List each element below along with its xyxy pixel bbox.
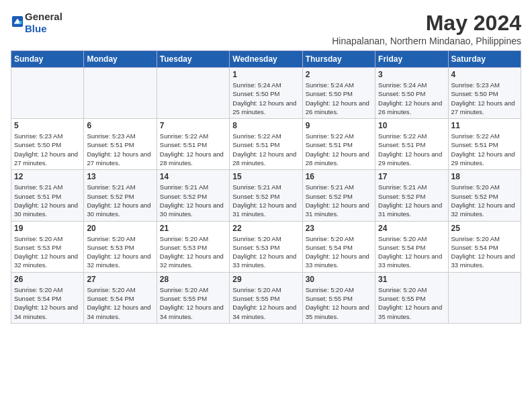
calendar-week-row: 12Sunrise: 5:21 AMSunset: 5:51 PMDayligh… (11, 170, 521, 221)
day-number: 8 (232, 121, 299, 130)
day-info: Sunrise: 5:20 AMSunset: 5:52 PMDaylight:… (451, 183, 518, 218)
day-number: 24 (378, 224, 445, 233)
weekday-header: Thursday (302, 51, 375, 68)
calendar-day-cell: 30Sunrise: 5:20 AMSunset: 5:55 PMDayligh… (302, 272, 375, 323)
day-info: Sunrise: 5:22 AMSunset: 5:51 PMDaylight:… (232, 132, 299, 167)
day-info: Sunrise: 5:21 AMSunset: 5:52 PMDaylight:… (306, 183, 372, 218)
day-number: 13 (87, 172, 153, 181)
day-info: Sunrise: 5:21 AMSunset: 5:52 PMDaylight:… (87, 183, 153, 218)
day-number: 30 (306, 275, 372, 284)
calendar-day-cell: 12Sunrise: 5:21 AMSunset: 5:51 PMDayligh… (11, 170, 84, 221)
calendar-day-cell: 19Sunrise: 5:20 AMSunset: 5:53 PMDayligh… (11, 221, 84, 272)
day-info: Sunrise: 5:20 AMSunset: 5:54 PMDaylight:… (451, 234, 518, 270)
logo-text: General Blue (25, 11, 62, 34)
calendar-day-cell: 18Sunrise: 5:20 AMSunset: 5:52 PMDayligh… (448, 170, 521, 221)
day-info: Sunrise: 5:23 AMSunset: 5:51 PMDaylight:… (87, 132, 153, 167)
weekday-header: Sunday (11, 51, 84, 68)
day-number: 28 (160, 275, 226, 284)
calendar-day-cell: 5Sunrise: 5:23 AMSunset: 5:50 PMDaylight… (11, 119, 84, 170)
calendar-day-cell: 14Sunrise: 5:21 AMSunset: 5:52 PMDayligh… (157, 170, 229, 221)
calendar-day-cell (84, 68, 157, 119)
day-info: Sunrise: 5:23 AMSunset: 5:50 PMDaylight:… (451, 81, 518, 116)
day-info: Sunrise: 5:20 AMSunset: 5:55 PMDaylight:… (232, 285, 299, 321)
subtitle: Hinapalanan, Northern Mindanao, Philippi… (332, 36, 521, 46)
day-number: 23 (306, 224, 372, 233)
day-info: Sunrise: 5:22 AMSunset: 5:51 PMDaylight:… (160, 132, 226, 167)
day-number: 15 (232, 172, 299, 181)
day-number: 25 (451, 224, 518, 233)
calendar: SundayMondayTuesdayWednesdayThursdayFrid… (11, 50, 521, 324)
day-info: Sunrise: 5:20 AMSunset: 5:53 PMDaylight:… (160, 234, 226, 270)
day-info: Sunrise: 5:20 AMSunset: 5:53 PMDaylight:… (232, 234, 299, 270)
day-info: Sunrise: 5:24 AMSunset: 5:50 PMDaylight:… (306, 81, 372, 116)
day-info: Sunrise: 5:21 AMSunset: 5:52 PMDaylight:… (232, 183, 299, 218)
calendar-day-cell: 9Sunrise: 5:22 AMSunset: 5:51 PMDaylight… (302, 119, 375, 170)
calendar-day-cell: 25Sunrise: 5:20 AMSunset: 5:54 PMDayligh… (448, 221, 521, 272)
calendar-header-row: SundayMondayTuesdayWednesdayThursdayFrid… (11, 51, 521, 68)
calendar-day-cell (448, 272, 521, 323)
calendar-day-cell: 15Sunrise: 5:21 AMSunset: 5:52 PMDayligh… (230, 170, 302, 221)
calendar-day-cell: 1Sunrise: 5:24 AMSunset: 5:50 PMDaylight… (230, 68, 302, 119)
day-info: Sunrise: 5:20 AMSunset: 5:53 PMDaylight:… (14, 234, 81, 270)
calendar-day-cell: 21Sunrise: 5:20 AMSunset: 5:53 PMDayligh… (157, 221, 229, 272)
day-number: 20 (87, 224, 153, 233)
day-info: Sunrise: 5:20 AMSunset: 5:53 PMDaylight:… (87, 234, 153, 270)
day-number: 6 (87, 121, 153, 130)
calendar-day-cell: 11Sunrise: 5:22 AMSunset: 5:51 PMDayligh… (448, 119, 521, 170)
title-area: May 2024 Hinapalanan, Northern Mindanao,… (332, 11, 521, 46)
logo-general: General (25, 11, 62, 22)
main-title: May 2024 (332, 11, 521, 36)
day-number: 7 (160, 121, 226, 130)
day-number: 16 (306, 172, 372, 181)
calendar-day-cell: 20Sunrise: 5:20 AMSunset: 5:53 PMDayligh… (84, 221, 157, 272)
day-number: 21 (160, 224, 226, 233)
logo: General Blue (11, 11, 62, 34)
day-number: 29 (232, 275, 299, 284)
calendar-week-row: 5Sunrise: 5:23 AMSunset: 5:50 PMDaylight… (11, 119, 521, 170)
calendar-week-row: 19Sunrise: 5:20 AMSunset: 5:53 PMDayligh… (11, 221, 521, 272)
day-info: Sunrise: 5:20 AMSunset: 5:54 PMDaylight:… (87, 285, 153, 321)
day-info: Sunrise: 5:21 AMSunset: 5:51 PMDaylight:… (14, 183, 81, 218)
day-info: Sunrise: 5:21 AMSunset: 5:52 PMDaylight:… (378, 183, 445, 218)
day-info: Sunrise: 5:23 AMSunset: 5:50 PMDaylight:… (14, 132, 81, 167)
day-number: 5 (14, 121, 81, 130)
calendar-day-cell: 4Sunrise: 5:23 AMSunset: 5:50 PMDaylight… (448, 68, 521, 119)
day-number: 31 (378, 275, 445, 284)
day-info: Sunrise: 5:20 AMSunset: 5:55 PMDaylight:… (378, 285, 445, 321)
day-number: 11 (451, 121, 518, 130)
day-number: 18 (451, 172, 518, 181)
calendar-week-row: 1Sunrise: 5:24 AMSunset: 5:50 PMDaylight… (11, 68, 521, 119)
day-info: Sunrise: 5:24 AMSunset: 5:50 PMDaylight:… (378, 81, 445, 116)
day-number: 12 (14, 172, 81, 181)
weekday-header: Tuesday (157, 51, 229, 68)
calendar-day-cell: 23Sunrise: 5:20 AMSunset: 5:54 PMDayligh… (302, 221, 375, 272)
calendar-week-row: 26Sunrise: 5:20 AMSunset: 5:54 PMDayligh… (11, 272, 521, 323)
day-info: Sunrise: 5:24 AMSunset: 5:50 PMDaylight:… (232, 81, 299, 116)
day-number: 22 (232, 224, 299, 233)
calendar-day-cell: 31Sunrise: 5:20 AMSunset: 5:55 PMDayligh… (375, 272, 448, 323)
header: General Blue May 2024 Hinapalanan, North… (11, 11, 521, 46)
calendar-day-cell: 28Sunrise: 5:20 AMSunset: 5:55 PMDayligh… (157, 272, 229, 323)
day-info: Sunrise: 5:22 AMSunset: 5:51 PMDaylight:… (306, 132, 372, 167)
logo-mark (11, 15, 24, 30)
day-number: 4 (451, 70, 518, 79)
day-info: Sunrise: 5:20 AMSunset: 5:55 PMDaylight:… (160, 285, 226, 321)
day-number: 26 (14, 275, 81, 284)
day-info: Sunrise: 5:20 AMSunset: 5:55 PMDaylight:… (306, 285, 372, 321)
calendar-day-cell: 3Sunrise: 5:24 AMSunset: 5:50 PMDaylight… (375, 68, 448, 119)
day-number: 2 (306, 70, 372, 79)
calendar-day-cell: 24Sunrise: 5:20 AMSunset: 5:54 PMDayligh… (375, 221, 448, 272)
calendar-day-cell: 8Sunrise: 5:22 AMSunset: 5:51 PMDaylight… (230, 119, 302, 170)
day-info: Sunrise: 5:20 AMSunset: 5:54 PMDaylight:… (378, 234, 445, 270)
day-number: 17 (378, 172, 445, 181)
calendar-day-cell: 29Sunrise: 5:20 AMSunset: 5:55 PMDayligh… (230, 272, 302, 323)
day-number: 1 (232, 70, 299, 79)
calendar-day-cell: 27Sunrise: 5:20 AMSunset: 5:54 PMDayligh… (84, 272, 157, 323)
calendar-day-cell: 10Sunrise: 5:22 AMSunset: 5:51 PMDayligh… (375, 119, 448, 170)
calendar-day-cell: 26Sunrise: 5:20 AMSunset: 5:54 PMDayligh… (11, 272, 84, 323)
weekday-header: Monday (84, 51, 157, 68)
weekday-header: Friday (375, 51, 448, 68)
day-info: Sunrise: 5:21 AMSunset: 5:52 PMDaylight:… (160, 183, 226, 218)
day-number: 14 (160, 172, 226, 181)
logo-blue: Blue (25, 23, 47, 34)
